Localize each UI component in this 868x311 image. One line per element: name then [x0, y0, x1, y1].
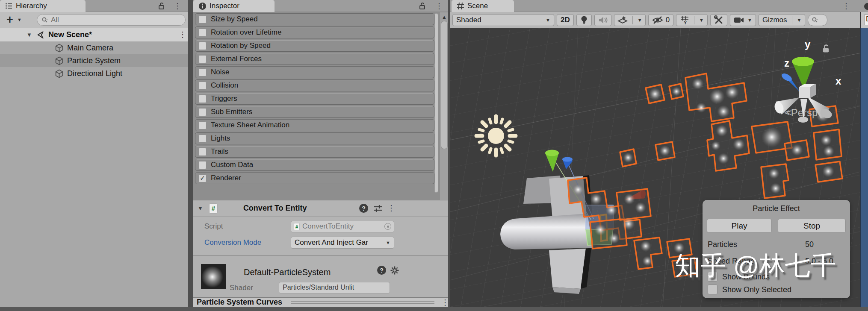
module-row[interactable]: Collision: [195, 79, 434, 91]
kebab-menu-icon[interactable]: ⋮: [842, 2, 848, 10]
particle-effect-title: Particle Effect: [703, 200, 850, 213]
lightbulb-icon: [580, 15, 588, 25]
module-row[interactable]: Custom Data: [195, 159, 434, 171]
module-checkbox[interactable]: [198, 15, 207, 23]
help-icon[interactable]: ?: [359, 204, 368, 213]
module-row[interactable]: Rotation by Speed: [195, 40, 434, 52]
perspective-mode-label[interactable]: << Persp: [784, 107, 818, 119]
module-row[interactable]: ✓Renderer: [195, 172, 434, 184]
2d-toggle-button[interactable]: 2D: [557, 14, 574, 26]
presets-icon[interactable]: [373, 203, 383, 214]
scrollbar-thumb[interactable]: [441, 21, 448, 149]
component-header[interactable]: ▼ # Convert To Entity ? ⋮: [193, 200, 449, 217]
stop-button[interactable]: Stop: [778, 219, 846, 233]
module-row[interactable]: Texture Sheet Animation: [195, 119, 434, 131]
module-checkbox[interactable]: [198, 161, 207, 169]
directional-light-gizmo[interactable]: [476, 116, 516, 156]
inspector-panel: Inspector ⋮ Size by SpeedRotation over L…: [193, 0, 449, 307]
prefab-cube-icon: [55, 56, 64, 65]
module-checkbox[interactable]: [198, 95, 207, 103]
scroll-up-icon[interactable]: ▲: [440, 14, 449, 20]
module-row[interactable]: Rotation over Lifetime: [195, 26, 434, 38]
script-value: ConvertToEntity: [302, 222, 354, 231]
module-row[interactable]: Sub Emitters: [195, 106, 434, 118]
add-object-caret-icon[interactable]: ▼: [17, 17, 22, 22]
module-row[interactable]: Triggers: [195, 93, 434, 105]
lock-icon[interactable]: [157, 2, 166, 12]
scene-toolbar: Shaded ▼ 2D ▼: [450, 12, 860, 28]
tab-hierarchy[interactable]: Hierarchy: [0, 0, 86, 12]
scene-search-input[interactable]: [808, 14, 827, 26]
divider: [632, 16, 633, 24]
tab-inspector[interactable]: Inspector: [193, 0, 275, 12]
play-button[interactable]: Play: [707, 219, 772, 233]
module-checkbox[interactable]: [198, 121, 207, 129]
scene-header-row[interactable]: ▼ New Scene* ⋮: [0, 28, 188, 41]
gear-icon[interactable]: [390, 266, 399, 275]
shader-dropdown[interactable]: Particles/Standard Unlit: [279, 282, 390, 293]
add-object-button[interactable]: +: [3, 14, 16, 26]
module-label: Rotation over Lifetime: [211, 28, 281, 37]
hierarchy-item[interactable]: Main Camera: [0, 41, 188, 54]
scene-camera-button[interactable]: ▼: [730, 14, 756, 26]
kebab-menu-icon[interactable]: ⋮: [441, 298, 447, 307]
module-checkbox[interactable]: ✓: [198, 174, 207, 182]
module-row[interactable]: Trails: [195, 146, 434, 158]
module-row[interactable]: Noise: [195, 66, 434, 78]
module-checkbox[interactable]: [198, 42, 207, 50]
object-picker-icon[interactable]: [384, 223, 391, 230]
module-list-scrollbar[interactable]: [434, 13, 438, 193]
scene-effects-button[interactable]: ▼: [614, 14, 646, 26]
grid-visibility-button[interactable]: Y ▼: [676, 14, 708, 26]
module-checkbox[interactable]: [198, 55, 207, 63]
module-checkbox[interactable]: [198, 68, 207, 76]
particle-system-curves-bar[interactable]: Particle System Curves ⋮: [193, 297, 449, 307]
component-tools-button[interactable]: [710, 14, 727, 26]
scene-viewport[interactable]: y z x << Persp Particle Effect Play Stop…: [450, 28, 860, 307]
conversion-mode-label[interactable]: Conversion Mode: [204, 238, 288, 247]
chevron-down-icon[interactable]: ▼: [638, 18, 642, 23]
adjacent-field[interactable]: D: [864, 15, 868, 25]
script-object-field[interactable]: # ConvertToEntity: [291, 221, 394, 232]
module-checkbox[interactable]: [198, 29, 207, 37]
module-label: Triggers: [211, 94, 237, 103]
search-placeholder: All: [51, 16, 59, 24]
hierarchy-item[interactable]: Directional Light: [0, 67, 188, 80]
module-checkbox[interactable]: [198, 148, 207, 156]
kebab-menu-icon[interactable]: ⋮: [174, 2, 180, 10]
scene-audio-button[interactable]: [594, 14, 611, 26]
kebab-menu-icon[interactable]: ⋮: [179, 30, 185, 39]
component-title: Convert To Entity: [243, 204, 307, 213]
tab-scene[interactable]: Scene: [452, 0, 514, 12]
draw-mode-dropdown[interactable]: Shaded ▼: [452, 14, 554, 26]
drag-handle[interactable]: [291, 301, 434, 304]
module-row[interactable]: External Forces: [195, 53, 434, 65]
chevron-down-icon[interactable]: ▼: [747, 18, 752, 23]
axis-label-z: z: [784, 57, 789, 69]
hierarchy-item[interactable]: Particle System: [0, 54, 188, 67]
foldout-caret-icon[interactable]: ▼: [27, 32, 32, 38]
kebab-menu-icon[interactable]: ⋮: [387, 204, 393, 212]
particles-label: Particles: [708, 240, 737, 249]
hierarchy-search-input[interactable]: All: [37, 14, 186, 26]
module-checkbox[interactable]: [198, 108, 207, 116]
gizmos-dropdown[interactable]: Gizmos ▼: [759, 14, 806, 26]
speaker-icon: [598, 16, 608, 24]
axis-label-x: x: [836, 75, 841, 87]
foldout-caret-icon[interactable]: ▼: [198, 205, 203, 211]
panel-divider[interactable]: [188, 0, 193, 311]
module-checkbox[interactable]: [198, 135, 207, 143]
module-row[interactable]: Size by Speed: [195, 13, 434, 25]
conversion-mode-dropdown[interactable]: Convert And Inject Gar ▼: [291, 237, 394, 249]
lock-icon[interactable]: [418, 2, 427, 12]
chevron-down-icon[interactable]: ▼: [699, 18, 704, 23]
material-preview-thumbnail[interactable]: [201, 264, 226, 289]
help-icon[interactable]: ?: [377, 266, 386, 275]
scene-lighting-button[interactable]: [576, 14, 592, 26]
hidden-objects-button[interactable]: 0: [648, 14, 673, 26]
module-checkbox[interactable]: [198, 82, 207, 90]
show-only-selected-checkbox[interactable]: [708, 285, 717, 294]
kebab-menu-icon[interactable]: ⋮: [435, 2, 441, 10]
module-row[interactable]: Lights: [195, 132, 434, 144]
adjacent-panel-tab[interactable]: [860, 0, 868, 12]
